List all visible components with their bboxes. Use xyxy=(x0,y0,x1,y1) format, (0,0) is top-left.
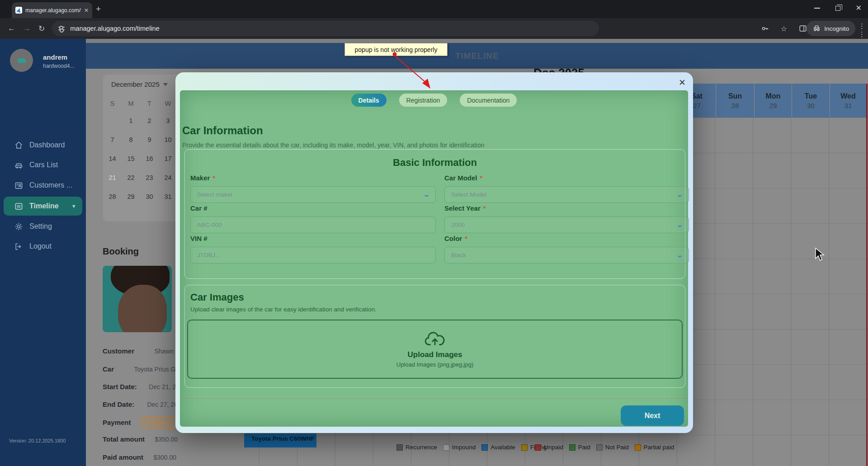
calendar-day[interactable]: 16 xyxy=(140,151,159,166)
app-root: manager.alugago.com/timeline ✕ + ✕ ← → ↻… xyxy=(0,0,868,466)
tab-details[interactable]: Details xyxy=(351,94,387,107)
logout-icon xyxy=(14,242,23,251)
calendar-dropdown-icon xyxy=(163,83,168,86)
timeline-icon xyxy=(14,202,23,211)
booking-row-payment: Payment Partial pa xyxy=(103,416,178,428)
legend-payment-status: Unpaid Paid Not Paid Partial paid xyxy=(535,444,674,451)
browser-tab[interactable]: manager.alugago.com/timeline ✕ xyxy=(12,2,92,18)
timeline-today-line xyxy=(866,84,868,466)
forward-icon[interactable]: → xyxy=(23,24,31,33)
color-select[interactable]: Black ⌄ xyxy=(444,247,689,264)
day-header-sun: Sun 28 xyxy=(716,84,754,118)
maker-select[interactable]: Select maker ⌄ xyxy=(190,186,436,203)
sidebar-item-cars-list[interactable]: Cars List xyxy=(0,156,86,174)
password-key-icon[interactable] xyxy=(761,24,769,33)
calendar-day[interactable]: 24 xyxy=(159,170,177,185)
calendar-day[interactable]: 28 xyxy=(103,189,122,204)
calendar-day[interactable]: 1 xyxy=(122,113,140,128)
modal-tabs: Details Registration Documentation xyxy=(180,94,688,107)
tab-registration[interactable]: Registration xyxy=(399,94,448,107)
calendar-day[interactable] xyxy=(103,113,122,128)
calendar-day[interactable]: 29 xyxy=(122,189,140,204)
calendar-day[interactable]: 9 xyxy=(140,132,159,147)
legend-swatch xyxy=(635,444,641,451)
sidebar-item-logout[interactable]: Logout xyxy=(0,237,86,255)
upload-title: Upload Images xyxy=(408,350,462,359)
sidebar-item-label: Dashboard xyxy=(29,141,65,149)
reload-icon[interactable]: ↻ xyxy=(38,24,45,33)
chevron-down-icon: ⌄ xyxy=(423,191,430,198)
window-restore-button[interactable] xyxy=(835,6,840,11)
calendar-day[interactable]: 8 xyxy=(122,132,140,147)
calendar-month-select[interactable]: December 2025 xyxy=(111,80,168,88)
car-icon xyxy=(14,161,23,169)
legend-swatch xyxy=(443,444,449,451)
required-mark: * xyxy=(483,204,486,212)
legend-item: Impound xyxy=(443,444,476,451)
site-favicon-icon xyxy=(15,7,22,14)
new-tab-button[interactable]: + xyxy=(96,5,101,13)
legend-item: Paid xyxy=(569,444,590,451)
calendar-day[interactable]: 23 xyxy=(140,170,159,185)
side-panel-icon[interactable] xyxy=(799,24,807,33)
window-close-button[interactable]: ✕ xyxy=(856,5,862,12)
vin-label: VIN # xyxy=(190,235,208,242)
chevron-down-icon: ▼ xyxy=(71,203,76,209)
calendar-day[interactable]: 7 xyxy=(103,132,122,147)
back-icon[interactable]: ← xyxy=(8,24,15,33)
vin-input[interactable] xyxy=(197,252,429,259)
site-settings-icon[interactable] xyxy=(58,26,65,31)
bookmark-star-icon[interactable]: ☆ xyxy=(780,24,788,33)
calendar-day[interactable]: 3 xyxy=(159,113,177,128)
upload-dropzone[interactable]: Upload Images Upload Images (png,jpeg,jp… xyxy=(187,320,683,379)
calendar-day-selected[interactable]: 21 xyxy=(103,170,122,185)
calendar-day[interactable]: 2 xyxy=(140,113,159,128)
timeline-event-bar[interactable]: Toyota Prius C60WHF xyxy=(244,433,316,447)
car-number-label: Car # xyxy=(190,204,208,212)
address-bar[interactable]: manager.alugago.com/timeline xyxy=(52,21,599,36)
incognito-badge: Incognito xyxy=(807,21,855,36)
maker-label: Maker* xyxy=(190,174,215,182)
modal-subtitle: Provide the essential details about the … xyxy=(182,141,485,149)
calendar-day[interactable]: 17 xyxy=(159,151,177,166)
car-images-panel: Car Images Upload clear images of the ca… xyxy=(184,285,685,388)
sidebar-item-dashboard[interactable]: Dashboard xyxy=(0,136,86,154)
booking-row-start: Start Date: Dec 21, 2 xyxy=(103,383,176,391)
model-select[interactable]: Select Model ⌄ xyxy=(444,186,689,203)
customer-photo xyxy=(103,266,172,332)
browser-menu-icon[interactable]: ⋮⋮ xyxy=(859,22,865,38)
modal-close-icon[interactable]: ✕ xyxy=(679,77,686,88)
calendar-day[interactable]: 31 xyxy=(159,189,177,204)
sidebar-item-label: Timeline xyxy=(29,202,59,210)
browser-tab-strip: manager.alugago.com/timeline ✕ + ✕ xyxy=(0,0,868,18)
page-header-bar: TIMELINE xyxy=(86,43,868,69)
calendar-day[interactable]: 30 xyxy=(140,189,159,204)
next-button[interactable]: Next xyxy=(621,405,684,426)
payment-status-badge: Partial pa xyxy=(141,416,179,428)
calendar-day[interactable]: 10 xyxy=(159,132,177,147)
calendar-day[interactable]: 15 xyxy=(122,151,140,166)
modal-green-panel: Details Registration Documentation Car I… xyxy=(180,90,688,427)
tab-documentation[interactable]: Documentation xyxy=(460,94,517,107)
required-mark: * xyxy=(480,174,483,182)
booking-row-paid: Paid amount $300.00 xyxy=(103,453,176,461)
basic-info-heading: Basic Information xyxy=(185,157,685,169)
tab-close-icon[interactable]: ✕ xyxy=(84,7,89,14)
vin-input-wrap xyxy=(190,247,436,264)
day-header-wed: Wed 31 xyxy=(830,84,866,118)
window-minimize-button[interactable] xyxy=(814,8,820,9)
gear-icon xyxy=(14,222,23,231)
calendar-day[interactable]: 22 xyxy=(122,170,140,185)
basic-info-panel: Basic Information Maker* Select maker ⌄ … xyxy=(184,149,685,279)
car-number-input[interactable] xyxy=(197,221,429,228)
user-name: andrem xyxy=(43,53,67,61)
calendar-day[interactable]: 14 xyxy=(103,151,122,166)
sidebar-item-setting[interactable]: Setting xyxy=(0,217,86,235)
chevron-down-icon: ⌄ xyxy=(676,252,683,259)
booking-row-total: Total amount $350.00 xyxy=(103,435,178,443)
sidebar-item-customers[interactable]: Customers ... xyxy=(0,176,86,194)
legend-item: Recurrence xyxy=(396,444,437,451)
required-mark: * xyxy=(212,174,215,182)
year-select[interactable]: 2000 ⌄ xyxy=(444,217,689,233)
sidebar-item-timeline[interactable]: Timeline ▼ xyxy=(4,197,82,216)
